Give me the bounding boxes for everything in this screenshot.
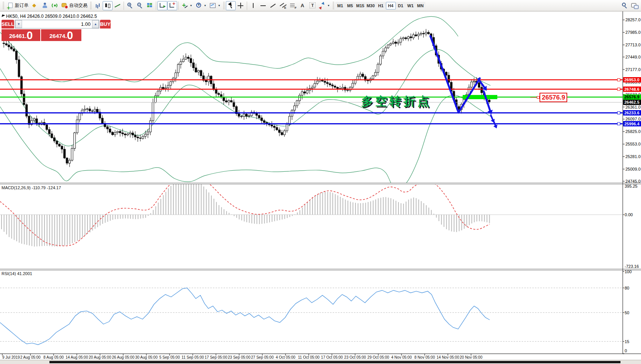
signals-button[interactable] xyxy=(50,1,60,10)
trendline-tool-button[interactable] xyxy=(268,1,278,10)
candle-body xyxy=(304,92,306,93)
text-label-tool-button[interactable] xyxy=(308,1,317,10)
zoom-in-button[interactable] xyxy=(125,1,135,10)
toolbar-drag-handle[interactable] xyxy=(3,2,4,9)
svg-text:0: 0 xyxy=(625,348,627,353)
timeframe-w1-button[interactable]: W1 xyxy=(406,2,416,9)
arrows-tool-button[interactable]: ▼ xyxy=(317,1,332,10)
templates-button[interactable]: ▼ xyxy=(208,1,222,10)
sell-button[interactable]: SELL xyxy=(2,20,14,28)
charts-button[interactable] xyxy=(30,1,40,10)
line-chart-button[interactable] xyxy=(113,1,122,10)
toolbar-drag-handle[interactable] xyxy=(333,2,334,9)
time-scale[interactable]: 9 Jul 20192 Aug 05:008 Aug 05:0014 Aug 0… xyxy=(2,354,482,359)
candle-body xyxy=(54,138,56,141)
candle-body xyxy=(3,43,5,44)
candle-body xyxy=(402,38,404,39)
arrow-mark-1[interactable] xyxy=(491,115,493,120)
svg-text:24745.0: 24745.0 xyxy=(625,179,641,184)
periods-button[interactable]: ▼ xyxy=(194,1,208,10)
svg-text:4 Nov 05:00: 4 Nov 05:00 xyxy=(391,355,412,359)
timeframe-d1-button[interactable]: D1 xyxy=(396,2,406,9)
cursor-tool-button[interactable] xyxy=(226,1,236,10)
candle-body xyxy=(243,114,245,116)
chevron-down-icon: ▼ xyxy=(190,4,192,7)
price-level-tag[interactable]: 26576.9 xyxy=(539,93,567,102)
chart-shift-button[interactable] xyxy=(167,1,177,10)
price-scale[interactable]: 28257.027985.027713.027449.027177.026905… xyxy=(623,17,641,354)
candle-body xyxy=(230,101,232,102)
candle-body xyxy=(471,82,473,87)
text-tool-button[interactable] xyxy=(298,1,308,10)
chart-canvas[interactable]: 28257.027985.027713.027449.027177.026905… xyxy=(0,0,641,364)
candle-body xyxy=(387,45,389,48)
candle-body xyxy=(124,134,126,135)
auto-trading-button[interactable]: 自动交易 xyxy=(60,1,89,10)
candle-body xyxy=(248,116,250,116)
fibonacci-icon xyxy=(289,2,296,9)
timeframe-m15-button[interactable]: M15 xyxy=(355,2,365,9)
candlestick-chart-button[interactable] xyxy=(103,1,113,10)
horizontal-line-tool-button[interactable] xyxy=(258,1,268,10)
line-anchor-handle[interactable] xyxy=(617,111,620,114)
candle-body xyxy=(190,59,192,63)
volume-increase-button[interactable]: ▲ xyxy=(92,20,99,28)
candle-body xyxy=(306,90,308,93)
buy-price[interactable]: 26474.0 xyxy=(41,29,81,41)
svg-text:25825.0: 25825.0 xyxy=(625,129,641,134)
line-anchor-handle[interactable] xyxy=(617,88,620,90)
svg-text:25996.4: 25996.4 xyxy=(624,122,640,126)
indicators-button[interactable]: ▼ xyxy=(180,1,194,10)
buy-price-pips: 0 xyxy=(67,30,73,41)
arrow-mark-2[interactable] xyxy=(493,121,495,125)
tile-windows-icon xyxy=(146,2,153,9)
candle-body xyxy=(48,130,50,134)
svg-text:0.00: 0.00 xyxy=(625,212,633,217)
chat-button[interactable] xyxy=(630,1,639,10)
toolbar-drag-handle[interactable] xyxy=(223,2,225,9)
svg-text:2 Aug 05:00: 2 Aug 05:00 xyxy=(20,355,41,359)
chart-text-annotation[interactable]: 多空转折点 xyxy=(361,93,432,109)
sell-price[interactable]: 26461.0 xyxy=(2,29,40,41)
volume-decrease-button[interactable]: ▼ xyxy=(15,20,22,28)
line-anchor-handle[interactable] xyxy=(617,122,620,125)
bar-chart-button[interactable] xyxy=(93,1,103,10)
fibonacci-tool-button[interactable] xyxy=(288,1,298,10)
candle-body xyxy=(382,51,384,56)
channel-tool-button[interactable] xyxy=(278,1,288,10)
new-order-button[interactable]: 新订单 xyxy=(5,1,30,10)
candle-body xyxy=(488,100,490,102)
svg-text:8 Nov 05:00: 8 Nov 05:00 xyxy=(414,355,435,359)
zoom-out-button[interactable] xyxy=(135,1,145,10)
tile-windows-button[interactable] xyxy=(145,1,155,10)
timeframe-m1-button[interactable]: M1 xyxy=(335,2,345,9)
timeframe-m30-button[interactable]: M30 xyxy=(365,2,376,9)
candle-body xyxy=(301,92,303,95)
line-anchor-handle[interactable] xyxy=(617,79,620,81)
cursor-icon xyxy=(227,2,234,9)
toolbar-drag-handle[interactable] xyxy=(90,2,92,9)
candle-body xyxy=(86,109,88,109)
profiles-button[interactable] xyxy=(40,1,50,10)
timeframe-m5-button[interactable]: M5 xyxy=(345,2,355,9)
search-button[interactable] xyxy=(620,1,630,10)
candle-body xyxy=(390,43,392,45)
svg-text:50: 50 xyxy=(625,310,629,315)
volume-input[interactable] xyxy=(22,20,92,28)
vertical-line-tool-button[interactable] xyxy=(248,1,258,10)
rsi-line xyxy=(0,288,490,345)
candle-body xyxy=(413,35,414,38)
svg-text:80: 80 xyxy=(625,286,629,290)
timeframe-mn-button[interactable]: MN xyxy=(416,2,425,9)
crosshair-tool-button[interactable] xyxy=(236,1,246,10)
auto-scroll-button[interactable] xyxy=(157,1,167,10)
svg-text:27713.0: 27713.0 xyxy=(625,43,641,47)
trend-arrow-down-main[interactable] xyxy=(430,36,459,112)
candle-body xyxy=(208,76,209,82)
buy-button[interactable]: BUY xyxy=(100,20,110,28)
candle-body xyxy=(137,137,139,138)
svg-text:25009.0: 25009.0 xyxy=(625,167,641,171)
candle-body xyxy=(106,127,108,129)
timeframe-h4-button[interactable]: H4 xyxy=(386,2,396,9)
timeframe-h1-button[interactable]: H1 xyxy=(376,2,386,9)
